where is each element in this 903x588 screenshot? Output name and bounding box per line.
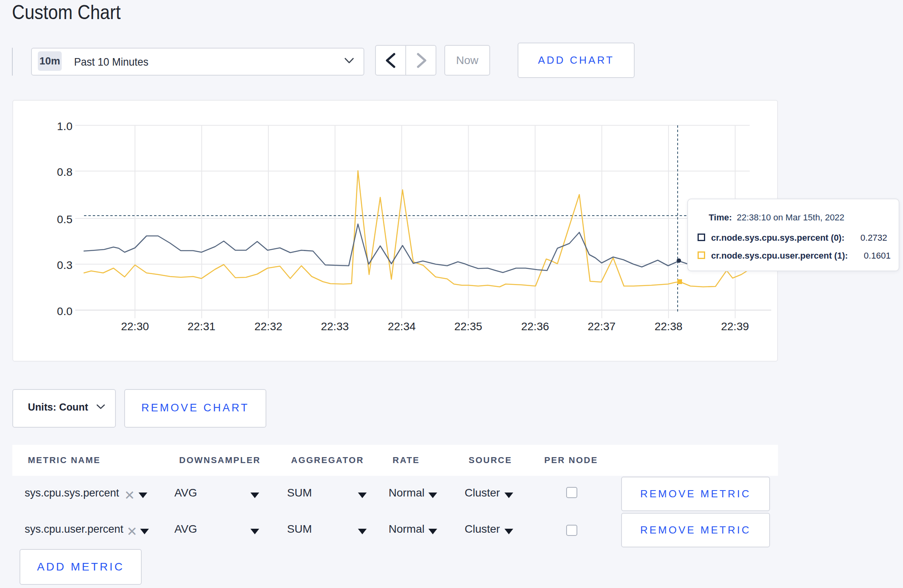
svg-text:0.3: 0.3 [57, 259, 72, 271]
svg-text:22:36: 22:36 [521, 320, 549, 333]
svg-text:22:33: 22:33 [321, 320, 349, 333]
svg-text:22:31: 22:31 [188, 320, 215, 333]
svg-text:22:35: 22:35 [454, 320, 482, 333]
svg-text:0.5: 0.5 [57, 213, 72, 226]
svg-text:22:32: 22:32 [254, 320, 282, 333]
svg-text:22:38: 22:38 [655, 320, 682, 333]
svg-text:22:34: 22:34 [388, 320, 416, 333]
svg-text:1.0: 1.0 [57, 120, 72, 132]
svg-text:22:39: 22:39 [721, 320, 749, 333]
svg-text:22:30: 22:30 [121, 320, 149, 333]
svg-text:0.8: 0.8 [57, 166, 72, 178]
svg-text:0.0: 0.0 [57, 305, 72, 317]
svg-text:22:37: 22:37 [588, 320, 616, 333]
